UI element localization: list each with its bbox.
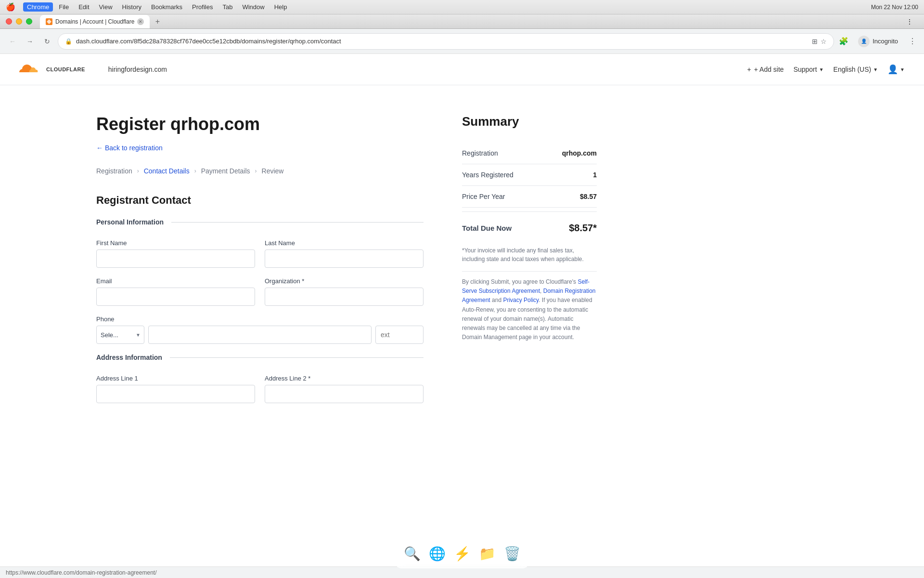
legal-sep1: , <box>540 288 543 294</box>
address-line1-label: Address Line 1 <box>96 375 255 382</box>
active-tab[interactable]: Domains | Account | Cloudflare ✕ <box>40 15 150 28</box>
menu-window[interactable]: Window <box>238 2 268 12</box>
chevron-down-icon: ▼ <box>900 67 905 72</box>
dock-chrome-icon[interactable]: 🌐 <box>425 542 449 565</box>
chevron-down-icon: ▼ <box>873 67 878 72</box>
dock-lightning-icon[interactable]: ⚡ <box>450 542 474 565</box>
menu-history[interactable]: History <box>118 2 145 12</box>
apple-icon[interactable]: 🍎 <box>6 2 15 12</box>
menu-chrome[interactable]: Chrome <box>23 2 53 12</box>
address-line1-input[interactable] <box>96 385 255 403</box>
menu-help[interactable]: Help <box>270 2 291 12</box>
account-label: Incognito <box>873 38 898 45</box>
registration-value: qrhop.com <box>562 149 597 157</box>
address-bar-actions: ⊞ ☆ <box>812 38 827 45</box>
tab-close-button[interactable]: ✕ <box>137 18 144 25</box>
user-icon: 👤 <box>887 64 898 75</box>
extensions-icon[interactable]: 🧩 <box>838 36 849 47</box>
incognito-account-button[interactable]: 👤 Incognito <box>853 34 903 49</box>
personal-info-section: Personal Information <box>96 218 424 226</box>
status-url: https://www.cloudflare.com/domain-regist… <box>6 569 156 576</box>
account-menu[interactable]: 👤 ▼ <box>887 64 905 75</box>
address-bar[interactable]: 🔒 dash.cloudflare.com/8f5dc28a78328cf767… <box>58 33 834 50</box>
phone-number-input[interactable] <box>148 326 372 344</box>
organization-input[interactable] <box>265 288 424 306</box>
summary-registration-row: Registration qrhop.com <box>462 143 597 164</box>
menu-bookmarks[interactable]: Bookmarks <box>147 2 186 12</box>
menu-profiles[interactable]: Profiles <box>188 2 217 12</box>
menubar-right: Mon 22 Nov 12:00 <box>871 4 918 11</box>
organization-label: Organization * <box>265 277 424 285</box>
total-label: Total Due Now <box>462 224 512 232</box>
breadcrumb-payment-details[interactable]: Payment Details <box>201 167 250 175</box>
phone-ext-input[interactable] <box>375 326 424 344</box>
breadcrumb-review[interactable]: Review <box>262 167 284 175</box>
tab-bar: Domains | Account | Cloudflare ✕ + <box>40 14 905 29</box>
email-input[interactable] <box>96 288 255 306</box>
dock-finder-icon[interactable]: 🔍 <box>400 542 424 565</box>
browser-menu-button[interactable]: ⋮ <box>907 36 918 47</box>
total-value: $8.57* <box>569 223 597 234</box>
fullscreen-window-button[interactable] <box>26 18 32 25</box>
language-menu[interactable]: English (US) ▼ <box>834 66 878 73</box>
menu-tab[interactable]: Tab <box>218 2 236 12</box>
personal-info-label: Personal Information <box>96 218 164 226</box>
forward-button[interactable]: → <box>23 35 37 48</box>
back-to-registration-link[interactable]: ← Back to registration <box>96 144 424 152</box>
cloudflare-header: CLOUDFLARE hiringfordesign.com + + Add s… <box>0 54 924 85</box>
browser-right-controls: 🧩 👤 Incognito ⋮ <box>838 34 918 49</box>
main-content: Register qrhop.com ← Back to registratio… <box>0 85 924 442</box>
page-title: Register qrhop.com <box>96 114 424 134</box>
summary-price-row: Price Per Year $8.57 <box>462 186 597 208</box>
breadcrumb-registration[interactable]: Registration <box>96 167 132 175</box>
address-info-divider <box>170 357 424 358</box>
last-name-input[interactable] <box>265 250 424 268</box>
first-name-group: First Name <box>96 239 255 268</box>
support-menu[interactable]: Support ▼ <box>794 66 824 73</box>
registration-label: Registration <box>462 149 498 157</box>
left-panel: Register qrhop.com ← Back to registratio… <box>96 114 424 413</box>
phone-group: Phone Sele...+1+44+49 ▼ <box>96 315 424 344</box>
phone-country-wrap: Sele...+1+44+49 ▼ <box>96 326 144 344</box>
menu-view[interactable]: View <box>95 2 116 12</box>
menu-file[interactable]: File <box>55 2 73 12</box>
phone-row: Sele...+1+44+49 ▼ <box>96 326 424 344</box>
plus-icon: + <box>747 66 751 73</box>
legal-sep2: and <box>490 297 503 303</box>
tab-title: Domains | Account | Cloudflare <box>55 18 134 25</box>
legal-divider <box>462 271 597 272</box>
email-org-row: Email Organization * <box>96 277 424 306</box>
address-line2-input[interactable] <box>265 385 424 403</box>
cloudflare-logo[interactable]: CLOUDFLARE <box>19 62 85 77</box>
years-label: Years Registered <box>462 171 513 179</box>
first-name-label: First Name <box>96 239 255 247</box>
cast-icon[interactable]: ⊞ <box>812 38 818 45</box>
dock-trash-icon[interactable]: 🗑️ <box>500 542 524 565</box>
legal-intro-text: By clicking Submit, you agree to Cloudfl… <box>462 278 578 285</box>
site-name: hiringfordesign.com <box>108 66 167 73</box>
minimize-window-button[interactable] <box>16 18 22 25</box>
menu-edit[interactable]: Edit <box>75 2 93 12</box>
dock: 🔍 🌐 ⚡ 📁 🗑️ <box>394 539 530 568</box>
address-row: Address Line 1 Address Line 2 * <box>96 375 424 403</box>
new-tab-button[interactable]: + <box>152 16 163 27</box>
email-group: Email <box>96 277 255 306</box>
browser-titlebar: Domains | Account | Cloudflare ✕ + ⋮ <box>0 14 924 29</box>
bookmark-icon[interactable]: ☆ <box>821 38 827 45</box>
close-window-button[interactable] <box>6 18 12 25</box>
privacy-policy-link[interactable]: Privacy Policy <box>503 297 539 303</box>
phone-country-select[interactable]: Sele...+1+44+49 <box>96 326 144 344</box>
last-name-label: Last Name <box>265 239 424 247</box>
first-name-input[interactable] <box>96 250 255 268</box>
window-menu-button[interactable]: ⋮ <box>905 17 914 26</box>
dock-files-icon[interactable]: 📁 <box>475 542 499 565</box>
name-row: First Name Last Name <box>96 239 424 268</box>
reload-button[interactable]: ↻ <box>40 35 54 48</box>
back-button[interactable]: ← <box>6 35 19 48</box>
breadcrumb-contact-details[interactable]: Contact Details <box>144 167 190 175</box>
add-site-button[interactable]: + + Add site <box>747 66 784 73</box>
breadcrumb-sep-2: › <box>194 168 196 174</box>
avatar-icon: 👤 <box>858 36 870 47</box>
personal-info-divider <box>171 222 424 223</box>
legal-note: By clicking Submit, you agree to Cloudfl… <box>462 277 597 342</box>
